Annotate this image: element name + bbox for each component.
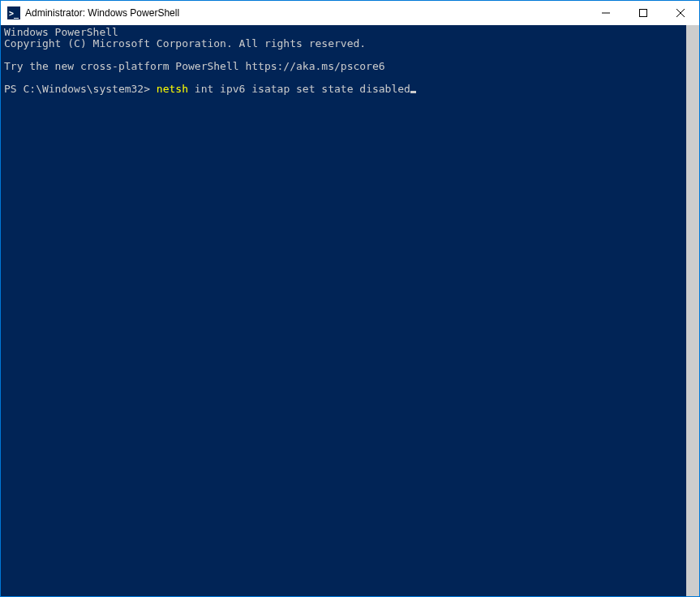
svg-rect-1 — [640, 10, 647, 17]
scrollbar-thumb[interactable] — [686, 25, 699, 596]
maximize-button[interactable] — [625, 1, 662, 25]
maximize-icon — [639, 9, 647, 17]
window-controls — [587, 1, 699, 25]
titlebar[interactable]: >_ Administrator: Windows PowerShell — [1, 1, 699, 25]
header-line-1: Windows PowerShell — [4, 26, 118, 38]
prompt: PS C:\Windows\system32> — [4, 83, 157, 95]
close-button[interactable] — [662, 1, 699, 25]
powershell-window: >_ Administrator: Windows PowerShell Win… — [0, 0, 700, 597]
header-line-2: Copyright (C) Microsoft Corporation. All… — [4, 37, 366, 49]
cursor — [410, 91, 416, 93]
command-highlight: netsh — [157, 83, 188, 95]
command-args: int ipv6 isatap set state disabled — [188, 83, 410, 95]
vertical-scrollbar[interactable] — [686, 25, 699, 596]
close-icon — [676, 9, 685, 17]
minimize-button[interactable] — [587, 1, 625, 25]
terminal[interactable]: Windows PowerShell Copyright (C) Microso… — [1, 25, 686, 596]
terminal-wrapper: Windows PowerShell Copyright (C) Microso… — [1, 25, 699, 596]
powershell-icon: >_ — [7, 6, 20, 19]
try-line: Try the new cross-platform PowerShell ht… — [4, 60, 385, 72]
minimize-icon — [602, 9, 610, 17]
window-title: Administrator: Windows PowerShell — [25, 7, 587, 19]
